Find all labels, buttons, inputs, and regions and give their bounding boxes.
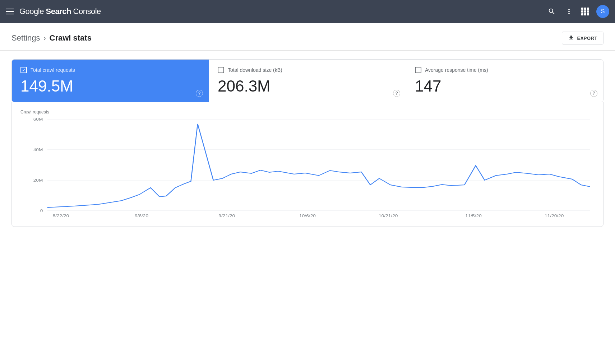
chart-container: Crawl requests 60M 40M 20M 0 8/22/20 9/ — [11, 102, 604, 227]
metric-label-download: Total download size (kB) — [228, 67, 282, 73]
metric-header-crawl: ✓ Total crawl requests — [20, 67, 200, 73]
search-icon[interactable] — [547, 6, 557, 17]
main-content: ✓ Total crawl requests 149.5M ? Total do… — [0, 51, 615, 235]
export-label: EXPORT — [577, 36, 597, 41]
more-options-icon[interactable] — [564, 6, 574, 17]
metric-checkbox-response[interactable] — [415, 67, 421, 73]
metric-header-download: Total download size (kB) — [218, 67, 397, 73]
metric-checkbox-download[interactable] — [218, 67, 224, 73]
title-search: Search — [46, 7, 71, 16]
metric-value-crawl: 149.5M — [20, 78, 200, 95]
checkmark-icon: ✓ — [22, 68, 26, 73]
metric-value-response: 147 — [415, 78, 595, 95]
app-title: Google Search Console — [19, 7, 101, 16]
chart-wrapper: 60M 40M 20M 0 8/22/20 9/6/20 9/21/20 10/… — [20, 117, 595, 218]
y-label-60m: 60M — [33, 117, 43, 122]
x-label-8-22: 8/22/20 — [52, 214, 69, 218]
header-right: S — [547, 5, 609, 18]
y-label-40m: 40M — [33, 148, 43, 152]
app-header: Google Search Console S — [0, 0, 615, 23]
metric-label-crawl: Total crawl requests — [31, 67, 75, 73]
metric-help-download[interactable]: ? — [393, 90, 400, 97]
breadcrumb: Settings › Crawl stats — [11, 33, 92, 43]
metric-label-response: Average response time (ms) — [425, 67, 488, 73]
x-label-11-5: 11/5/20 — [465, 214, 482, 218]
x-label-9-6: 9/6/20 — [135, 214, 148, 218]
chart-polyline — [47, 124, 590, 207]
metric-header-response: Average response time (ms) — [415, 67, 595, 73]
x-label-9-21: 9/21/20 — [218, 214, 235, 218]
metric-card-download-size[interactable]: Total download size (kB) 206.3M ? — [209, 60, 406, 102]
metric-help-crawl[interactable]: ? — [196, 90, 203, 97]
x-label-10-21: 10/21/20 — [379, 214, 398, 218]
metric-value-download: 206.3M — [218, 78, 397, 95]
chart-y-label: Crawl requests — [20, 109, 595, 115]
y-label-0: 0 — [40, 209, 43, 213]
breadcrumb-bar: Settings › Crawl stats EXPORT — [0, 23, 615, 51]
y-label-20m: 20M — [33, 178, 43, 183]
breadcrumb-separator: › — [44, 34, 46, 42]
metric-card-response-time[interactable]: Average response time (ms) 147 ? — [406, 60, 603, 102]
user-avatar[interactable]: S — [596, 5, 609, 18]
metric-checkbox-crawl[interactable]: ✓ — [20, 67, 27, 73]
metric-help-response[interactable]: ? — [590, 90, 597, 97]
metric-cards: ✓ Total crawl requests 149.5M ? Total do… — [11, 59, 604, 102]
export-button[interactable]: EXPORT — [562, 32, 604, 45]
header-left: Google Search Console — [6, 7, 541, 16]
chart-svg: 60M 40M 20M 0 8/22/20 9/6/20 9/21/20 10/… — [20, 117, 595, 218]
hamburger-menu-icon[interactable] — [6, 9, 14, 14]
download-icon — [568, 35, 574, 41]
breadcrumb-current: Crawl stats — [50, 33, 92, 43]
title-google: Google — [19, 7, 46, 16]
x-label-10-6: 10/6/20 — [299, 214, 316, 218]
apps-grid-icon[interactable] — [581, 8, 589, 15]
x-label-11-20: 11/20/20 — [545, 214, 564, 218]
title-console: Console — [71, 7, 101, 16]
metric-card-crawl-requests[interactable]: ✓ Total crawl requests 149.5M ? — [12, 60, 209, 102]
breadcrumb-settings[interactable]: Settings — [11, 33, 40, 43]
